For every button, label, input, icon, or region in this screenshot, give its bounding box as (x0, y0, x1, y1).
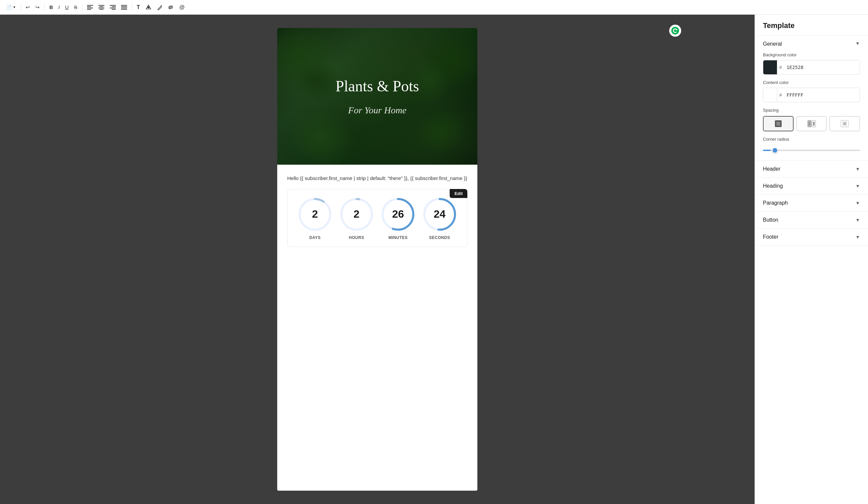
hero-image: Plants & Pots For Your Home (277, 28, 477, 165)
brush-button[interactable] (155, 3, 165, 12)
countdown-item-hours: 2 HOURS (338, 196, 375, 240)
svg-rect-32 (809, 122, 810, 126)
background-color-row: # (763, 60, 860, 75)
strikethrough-button[interactable]: S (72, 3, 79, 11)
file-menu-button[interactable]: 📄 ▼ (4, 3, 18, 11)
italic-button[interactable]: I (56, 3, 62, 11)
mention-button[interactable]: @ (177, 3, 187, 12)
background-color-input[interactable] (784, 60, 860, 74)
panel-header: Template (755, 15, 868, 36)
editor-toolbar: 📄 ▼ ↩ ↪ B I U S T @ (0, 0, 868, 15)
header-section-label: Header (763, 166, 780, 172)
svg-rect-7 (100, 9, 103, 10)
main-layout: Plants & Pots For Your Home Hello {{ sub… (0, 15, 868, 504)
svg-rect-37 (843, 122, 846, 125)
redo-button[interactable]: ↪ (33, 3, 42, 12)
svg-point-17 (147, 6, 149, 8)
footer-section: Footer ▼ (755, 229, 868, 246)
corner-radius-label: Corner radius (763, 137, 860, 142)
svg-rect-0 (87, 5, 93, 6)
content-color-row: # (763, 88, 860, 102)
hero-subtitle: For Your Home (348, 105, 407, 116)
hero-title: Plants & Pots (335, 77, 419, 95)
underline-button[interactable]: U (63, 3, 71, 11)
svg-rect-36 (846, 120, 847, 127)
seconds-number: 24 (421, 196, 458, 233)
content-color-label: Content color (763, 80, 860, 85)
file-icon: 📄 (6, 5, 12, 10)
svg-rect-3 (87, 9, 91, 10)
spacing-wide-button[interactable] (829, 116, 860, 131)
svg-rect-5 (100, 6, 103, 7)
spacing-label: Spacing (763, 108, 860, 113)
countdown-item-minutes: 26 MINUTES (380, 196, 416, 240)
align-center-button[interactable] (96, 4, 106, 11)
right-panel: Template General ▲ Background color # Co… (755, 15, 868, 504)
button-section: Button ▼ (755, 212, 868, 229)
svg-rect-1 (87, 6, 91, 7)
paragraph-section-header[interactable]: Paragraph ▼ (755, 195, 868, 211)
countdown-circle-minutes: 26 (380, 196, 416, 233)
svg-line-18 (161, 5, 162, 6)
svg-rect-8 (110, 5, 116, 6)
paragraph-section: Paragraph ▼ (755, 195, 868, 212)
svg-rect-2 (87, 8, 93, 8)
heading-chevron-icon: ▼ (855, 183, 860, 189)
general-section-label: General (763, 41, 782, 47)
font-size-button[interactable]: T (135, 3, 142, 12)
align-justify-button[interactable] (119, 4, 129, 11)
general-section-content: Background color # Content color # Spaci… (755, 52, 868, 160)
countdown-item-seconds: 24 SECONDS (421, 196, 458, 240)
svg-rect-14 (121, 8, 127, 8)
countdown-container: Edit 2 DAYS (287, 189, 467, 247)
seconds-label: SECONDS (429, 235, 450, 240)
panel-title: Template (763, 21, 860, 30)
header-section-header[interactable]: Header ▼ (755, 161, 868, 177)
corner-radius-slider[interactable] (763, 150, 860, 151)
content-color-swatch[interactable] (763, 88, 777, 102)
button-section-header[interactable]: Button ▼ (755, 212, 868, 228)
footer-section-label: Footer (763, 234, 778, 240)
days-label: DAYS (309, 235, 321, 240)
bold-button[interactable]: B (48, 3, 55, 11)
background-color-swatch[interactable] (763, 60, 777, 74)
undo-button[interactable]: ↩ (24, 3, 32, 12)
spacing-options (763, 116, 860, 131)
button-section-label: Button (763, 217, 778, 223)
toolbar-divider-3 (82, 4, 82, 11)
svg-rect-15 (121, 9, 127, 10)
countdown-circle-hours: 2 (338, 196, 375, 233)
heading-section: Heading ▼ (755, 178, 868, 195)
countdown-circle-days: 2 (297, 196, 333, 233)
content-color-input[interactable] (784, 88, 860, 102)
greeting-text: Hello {{ subscriber.first_name | strip |… (287, 175, 467, 182)
header-chevron-icon: ▼ (855, 166, 860, 172)
heading-section-label: Heading (763, 183, 783, 189)
svg-point-19 (672, 27, 679, 35)
svg-rect-10 (110, 8, 116, 8)
svg-rect-6 (99, 8, 104, 8)
align-right-button[interactable] (108, 4, 118, 11)
heading-section-header[interactable]: Heading ▼ (755, 178, 868, 194)
general-section-header[interactable]: General ▲ (755, 36, 868, 52)
toolbar-divider-4 (132, 4, 132, 11)
svg-rect-29 (776, 122, 780, 126)
spacing-normal-button[interactable] (796, 116, 827, 131)
footer-chevron-icon: ▼ (855, 234, 860, 240)
hours-number: 2 (338, 196, 375, 233)
align-left-button[interactable] (85, 4, 95, 11)
background-hash: # (777, 65, 784, 70)
header-section: Header ▼ (755, 161, 868, 178)
days-number: 2 (297, 196, 333, 233)
content-area: Hello {{ subscriber.first_name | strip |… (277, 165, 477, 257)
spacing-compact-button[interactable] (763, 116, 794, 131)
footer-section-header[interactable]: Footer ▼ (755, 229, 868, 245)
grammarly-icon[interactable] (669, 25, 681, 37)
background-color-label: Background color (763, 52, 860, 57)
countdown-circle-seconds: 24 (421, 196, 458, 233)
hours-label: HOURS (349, 235, 364, 240)
svg-rect-12 (121, 5, 127, 6)
highlight-button[interactable] (143, 3, 154, 12)
countdown-item-days: 2 DAYS (297, 196, 333, 240)
link-button[interactable] (166, 3, 176, 12)
